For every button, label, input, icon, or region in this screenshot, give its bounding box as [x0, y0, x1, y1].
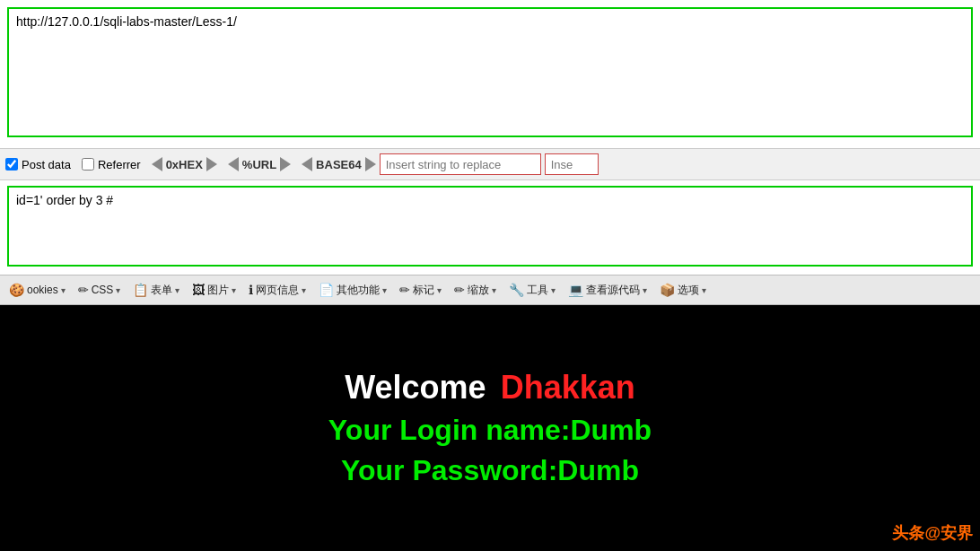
dev-label-css: CSS [92, 284, 114, 296]
post-data-input[interactable]: id=1' order by 3 # [7, 186, 973, 267]
dev-btn-images[interactable]: 🖼 图片 ▾ [187, 280, 241, 301]
insert-string-input[interactable] [380, 153, 541, 175]
login-name-value: Dumb [570, 414, 652, 446]
toolbar-row: Post data Referrer 0xHEX %URL BASE64 [0, 148, 980, 180]
options-icon: 📦 [660, 283, 675, 297]
welcome-text: Welcome [345, 369, 486, 407]
dev-btn-tools[interactable]: 🔧 工具 ▾ [503, 280, 561, 301]
url-arrow-left-icon[interactable] [228, 157, 239, 171]
dev-label-tools: 工具 [527, 283, 548, 298]
dev-label-images: 图片 [207, 283, 229, 298]
hex-arrow-right-icon[interactable] [206, 157, 217, 171]
base64-item[interactable]: BASE64 [302, 157, 376, 171]
forms-icon: 📋 [133, 283, 148, 297]
page-content: Welcome Dhakkan Your Login name:Dumb You… [0, 305, 980, 551]
css-dropdown-icon: ▾ [116, 285, 120, 295]
dev-btn-css[interactable]: ✏ CSS ▾ [73, 280, 127, 300]
post-data-label: Post data [22, 158, 71, 171]
base64-arrow-right-icon[interactable] [365, 157, 376, 171]
dev-btn-options[interactable]: 📦 选项 ▾ [654, 280, 712, 301]
images-dropdown-icon: ▾ [232, 285, 236, 295]
pageinfo-icon: ℹ [249, 283, 253, 297]
password-label: Your Password: [341, 454, 557, 486]
dev-toolbar: 🍪 ookies ▾ ✏ CSS ▾ 📋 表单 ▾ 🖼 图片 ▾ ℹ 网页信息 … [0, 275, 980, 305]
source-dropdown-icon: ▾ [643, 285, 647, 295]
other-icon: 📄 [319, 283, 334, 297]
css-icon: ✏ [78, 283, 89, 297]
referrer-label: Referrer [98, 158, 141, 171]
dev-btn-pageinfo[interactable]: ℹ 网页信息 ▾ [243, 280, 311, 301]
images-icon: 🖼 [192, 283, 205, 297]
referrer-item[interactable]: Referrer [82, 158, 141, 171]
post-data-section: id=1' order by 3 # [0, 180, 980, 275]
base64-arrow-left-icon[interactable] [302, 157, 312, 171]
mark-dropdown-icon: ▾ [437, 285, 442, 295]
insert-string-2-input[interactable] [545, 153, 599, 175]
login-name-label: Your Login name: [328, 414, 571, 446]
dev-label-other: 其他功能 [337, 283, 380, 298]
dev-btn-zoom[interactable]: ✏ 缩放 ▾ [449, 280, 502, 301]
pageinfo-dropdown-icon: ▾ [302, 285, 306, 295]
password-line: Your Password:Dumb [341, 454, 639, 487]
dev-btn-source[interactable]: 💻 查看源代码 ▾ [563, 280, 652, 301]
post-data-checkbox[interactable] [5, 158, 18, 171]
post-data-item[interactable]: Post data [5, 158, 71, 171]
forms-dropdown-icon: ▾ [175, 285, 179, 295]
dev-label-pageinfo: 网页信息 [256, 283, 299, 298]
url-encode-item[interactable]: %URL [228, 157, 291, 171]
dev-label-mark: 标记 [413, 283, 434, 298]
zoom-dropdown-icon: ▾ [492, 285, 496, 295]
tools-dropdown-icon: ▾ [551, 285, 556, 295]
cookies-dropdown-icon: ▾ [61, 285, 66, 295]
dev-btn-other[interactable]: 📄 其他功能 ▾ [313, 280, 392, 301]
other-dropdown-icon: ▾ [382, 285, 387, 295]
dev-label-source: 查看源代码 [586, 283, 640, 298]
hex-item[interactable]: 0xHEX [152, 157, 217, 171]
login-name-line: Your Login name:Dumb [328, 414, 652, 447]
dev-btn-forms[interactable]: 📋 表单 ▾ [127, 280, 185, 301]
cookies-icon: 🍪 [9, 283, 24, 297]
hex-label[interactable]: 0xHEX [166, 158, 203, 171]
url-bar-section: http://127.0.0.1/sqli-labs-master/Less-1… [0, 0, 980, 148]
welcome-line: Welcome Dhakkan [345, 369, 634, 407]
source-icon: 💻 [568, 283, 583, 297]
hex-arrow-left-icon[interactable] [152, 157, 162, 171]
password-value: Dumb [557, 454, 639, 486]
mark-icon: ✏ [399, 283, 410, 297]
options-dropdown-icon: ▾ [702, 285, 706, 295]
dev-btn-cookies[interactable]: 🍪 ookies ▾ [4, 280, 71, 300]
dev-label-forms: 表单 [151, 283, 172, 298]
zoom-icon: ✏ [454, 283, 465, 297]
url-label[interactable]: %URL [242, 158, 276, 171]
base64-label[interactable]: BASE64 [316, 158, 362, 171]
username-display: Dhakkan [501, 369, 635, 407]
url-arrow-right-icon[interactable] [280, 157, 291, 171]
dev-label-options: 选项 [678, 283, 699, 298]
tools-icon: 🔧 [509, 283, 524, 297]
referrer-checkbox[interactable] [82, 158, 94, 171]
url-input[interactable]: http://127.0.0.1/sqli-labs-master/Less-1… [7, 7, 973, 137]
dev-btn-mark[interactable]: ✏ 标记 ▾ [394, 280, 447, 301]
dev-label-cookies: ookies [27, 284, 58, 296]
dev-label-zoom: 缩放 [468, 283, 489, 298]
